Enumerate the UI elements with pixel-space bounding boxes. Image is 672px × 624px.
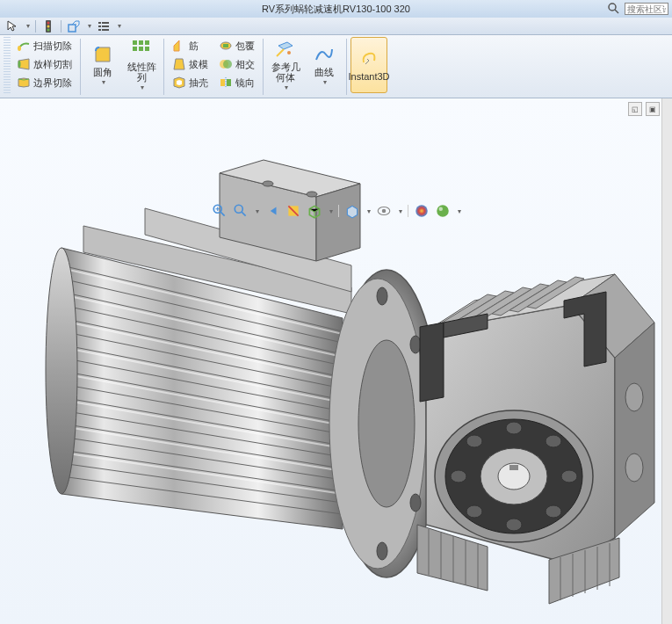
rib-icon (172, 39, 186, 53)
svg-rect-6 (69, 25, 76, 32)
zoom-area-icon[interactable] (233, 203, 249, 219)
3d-model-render (9, 125, 659, 617)
svg-point-49 (625, 453, 643, 482)
features-group-2: 筋 拔模 抽壳 (168, 37, 213, 91)
dropdown-arrow-icon[interactable]: ▾ (88, 22, 91, 30)
svg-point-38 (46, 248, 77, 494)
boundary-cut-button[interactable]: 边界切除 (14, 74, 75, 91)
linear-pattern-button[interactable]: 线性阵列 ▾ (123, 37, 160, 93)
traffic-light-icon[interactable] (41, 19, 55, 33)
viewport-restore-icon[interactable]: ◱ (628, 102, 642, 116)
viewport-maximize-icon[interactable]: ▣ (646, 102, 660, 116)
svg-point-0 (609, 4, 616, 11)
separator (408, 205, 408, 217)
intersect-label: 相交 (235, 58, 255, 71)
instant3d-button[interactable]: Instant3D (350, 37, 387, 93)
svg-point-36 (437, 205, 449, 217)
zoom-fit-icon[interactable] (212, 203, 228, 219)
appearance-icon[interactable] (414, 203, 430, 219)
reference-geometry-button[interactable]: 参考几何体 ▾ (267, 37, 304, 93)
scene-icon[interactable] (435, 203, 451, 219)
dropdown-arrow-icon: ▾ (102, 79, 105, 87)
svg-point-40 (307, 192, 317, 197)
svg-rect-10 (102, 25, 109, 27)
svg-point-59 (466, 435, 482, 447)
swept-cut-button[interactable]: 扫描切除 (14, 37, 75, 54)
svg-point-55 (546, 505, 561, 518)
rib-button[interactable]: 筋 (170, 37, 211, 54)
fillet-icon (92, 44, 113, 65)
svg-rect-22 (223, 44, 228, 47)
boundary-cut-label: 边界切除 (33, 76, 72, 90)
svg-line-29 (220, 212, 225, 216)
lofted-cut-button[interactable]: 放样切割 (14, 55, 75, 73)
window-title: RV系列蜗轮减速机RV130-100 320 (262, 3, 410, 16)
svg-point-3 (47, 21, 50, 24)
svg-rect-7 (98, 22, 101, 24)
view-orientation-icon[interactable] (307, 203, 322, 219)
svg-point-35 (415, 205, 428, 217)
svg-rect-15 (133, 40, 137, 45)
rib-label: 筋 (189, 40, 199, 53)
svg-point-56 (506, 519, 522, 531)
separator (338, 205, 339, 217)
ribbon-toolbar: 扫描切除 放样切割 边界切除 圆角 ▾ 线性阵列 ▾ 筋 拔模 (0, 35, 672, 98)
dropdown-arrow-icon[interactable]: ▾ (399, 207, 402, 215)
3d-viewport[interactable]: ▾ ▾ ▾ ▾ ▾ ◱ ▣ (0, 98, 672, 624)
svg-point-46 (410, 494, 421, 512)
dropdown-arrow-icon[interactable]: ▾ (458, 207, 461, 215)
refgeom-label: 参考几何体 (267, 62, 304, 83)
cursor-icon[interactable] (5, 19, 19, 33)
search-input[interactable] (625, 3, 668, 15)
svg-point-43 (358, 340, 415, 507)
svg-point-27 (287, 51, 291, 54)
shell-label: 抽壳 (189, 76, 208, 90)
options-icon[interactable] (97, 19, 111, 33)
wrap-button[interactable]: 包覆 (216, 37, 257, 54)
curves-button[interactable]: 曲线 ▾ (306, 37, 343, 93)
display-style-icon[interactable] (344, 203, 360, 219)
svg-rect-18 (133, 47, 137, 51)
mirror-button[interactable]: 镜向 (216, 74, 257, 91)
dropdown-arrow-icon[interactable]: ▾ (329, 207, 333, 215)
features-group-3: 包覆 相交 镜向 (214, 37, 259, 91)
svg-point-48 (625, 383, 643, 411)
wrap-label: 包覆 (235, 40, 255, 53)
curves-icon (314, 44, 335, 65)
quick-access-toolbar: ▾ ▾ ▾ (0, 18, 672, 35)
sketch-icon[interactable] (67, 19, 81, 33)
refgeom-icon (275, 39, 296, 60)
draft-button[interactable]: 拔模 (170, 55, 211, 73)
fillet-button[interactable]: 圆角 ▾ (84, 37, 121, 93)
svg-point-53 (546, 435, 561, 447)
dropdown-arrow-icon[interactable]: ▾ (367, 207, 371, 215)
shell-button[interactable]: 抽壳 (170, 74, 211, 91)
dropdown-arrow-icon[interactable]: ▾ (256, 207, 259, 215)
svg-point-45 (410, 336, 421, 353)
gearbox-housing (417, 274, 654, 604)
separator (346, 39, 347, 95)
lofted-cut-icon (17, 57, 31, 71)
svg-point-39 (263, 181, 273, 186)
curves-label: 曲线 (314, 67, 334, 77)
svg-rect-11 (98, 29, 101, 31)
svg-point-4 (47, 25, 50, 27)
svg-rect-62 (509, 465, 518, 470)
svg-rect-20 (145, 47, 149, 51)
svg-rect-9 (98, 25, 101, 27)
section-view-icon[interactable] (285, 203, 301, 219)
svg-point-34 (381, 209, 386, 214)
svg-point-37 (438, 207, 443, 212)
swept-cut-icon (17, 39, 31, 53)
vertical-scrollbar[interactable] (661, 98, 672, 624)
mirror-icon (219, 76, 233, 90)
dropdown-arrow-icon[interactable]: ▾ (118, 22, 121, 30)
hide-show-icon[interactable] (376, 203, 392, 219)
svg-point-14 (18, 61, 21, 68)
previous-view-icon[interactable] (264, 203, 280, 219)
svg-rect-16 (139, 40, 143, 45)
instant3d-icon (358, 48, 379, 69)
svg-point-52 (506, 422, 522, 434)
intersect-button[interactable]: 相交 (216, 55, 257, 73)
dropdown-arrow-icon[interactable]: ▾ (26, 22, 30, 30)
